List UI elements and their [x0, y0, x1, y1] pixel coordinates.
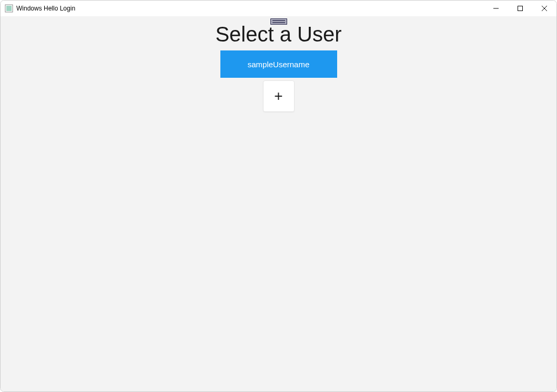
app-icon	[5, 4, 13, 13]
minimize-icon	[493, 6, 499, 11]
window-title: Windows Hello Login	[16, 5, 75, 12]
titlebar: Windows Hello Login	[1, 1, 556, 16]
svg-rect-1	[6, 6, 12, 11]
user-button-label: sampleUsername	[248, 60, 310, 69]
content-area: Select a User sampleUsername +	[1, 16, 556, 391]
minimize-button[interactable]	[484, 1, 508, 16]
close-button[interactable]	[532, 1, 556, 16]
close-icon	[542, 6, 547, 11]
user-button[interactable]: sampleUsername	[220, 50, 337, 78]
add-user-button[interactable]: +	[263, 80, 295, 112]
maximize-icon	[518, 6, 523, 11]
app-window: Windows Hello Login	[0, 0, 557, 392]
titlebar-left: Windows Hello Login	[5, 4, 75, 13]
plus-icon: +	[274, 88, 282, 105]
svg-rect-3	[518, 6, 523, 11]
maximize-button[interactable]	[508, 1, 532, 16]
window-controls	[484, 1, 556, 16]
page-heading: Select a User	[215, 23, 341, 46]
